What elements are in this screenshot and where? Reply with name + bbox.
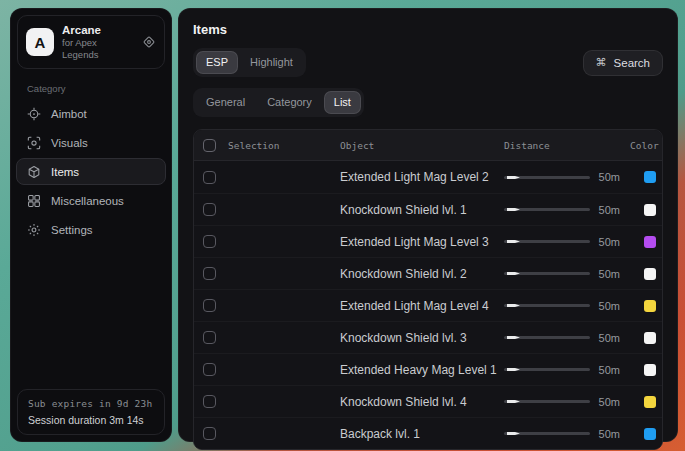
color-swatch[interactable] (644, 204, 656, 216)
view-tab-row: GeneralCategoryList (193, 88, 663, 117)
select-all-checkbox[interactable] (203, 139, 216, 152)
sidebar-item-visuals[interactable]: Visuals (16, 129, 166, 156)
color-swatch[interactable] (644, 300, 656, 312)
session-info-card: Sub expires in 9d 23h Session duration 3… (17, 389, 165, 435)
table-row: Extended Light Mag Level 3 50m (194, 225, 662, 257)
pin-icon[interactable] (142, 35, 156, 49)
table-row: Knockdown Shield lvl. 2 50m (194, 257, 662, 289)
object-name: Extended Light Mag Level 3 (340, 235, 504, 249)
row-checkbox[interactable] (203, 299, 216, 312)
search-button[interactable]: ⌘ Search (583, 50, 663, 76)
color-swatch[interactable] (644, 332, 656, 344)
object-name: Knockdown Shield lvl. 1 (340, 203, 504, 217)
color-swatch[interactable] (644, 268, 656, 280)
color-swatch[interactable] (644, 236, 656, 248)
distance-value: 50m (599, 364, 620, 376)
distance-slider[interactable] (504, 429, 590, 438)
distance-value: 50m (599, 171, 620, 183)
sidebar-item-label: Aimbot (51, 108, 87, 120)
grid-icon (27, 194, 41, 208)
row-checkbox[interactable] (203, 331, 216, 344)
distance-slider[interactable] (504, 237, 590, 246)
tab-list[interactable]: List (324, 91, 361, 114)
color-swatch[interactable] (644, 396, 656, 408)
sidebar-item-aimbot[interactable]: Aimbot (16, 100, 166, 127)
distance-value: 50m (599, 204, 620, 216)
color-swatch[interactable] (644, 171, 656, 183)
distance-slider[interactable] (504, 301, 590, 310)
table-row: Extended Light Mag Level 2 50m (194, 161, 662, 193)
row-checkbox[interactable] (203, 267, 216, 280)
tab-highlight[interactable]: Highlight (240, 51, 303, 74)
header-color: Color (630, 140, 656, 151)
slider-thumb-icon[interactable] (506, 205, 521, 214)
row-checkbox[interactable] (203, 427, 216, 440)
table-row: Extended Light Mag Level 4 50m (194, 289, 662, 321)
distance-slider[interactable] (504, 333, 590, 342)
table-row: Backpack lvl. 1 50m (194, 417, 662, 449)
object-name: Backpack lvl. 1 (340, 427, 504, 441)
table-body: Extended Light Mag Level 2 50m Knockdown… (194, 161, 662, 449)
row-checkbox[interactable] (203, 235, 216, 248)
session-duration-text: Session duration 3m 14s (28, 414, 154, 426)
table-row: Knockdown Shield lvl. 3 50m (194, 321, 662, 353)
row-checkbox[interactable] (203, 203, 216, 216)
view-tab-group: GeneralCategoryList (193, 88, 364, 117)
tab-esp[interactable]: ESP (196, 51, 238, 74)
slider-thumb-icon[interactable] (506, 269, 521, 278)
command-icon: ⌘ (596, 57, 607, 68)
distance-value: 50m (599, 396, 620, 408)
row-checkbox[interactable] (203, 171, 216, 184)
header-distance: Distance (504, 140, 630, 151)
table-row: Extended Heavy Mag Level 1 50m (194, 353, 662, 385)
slider-thumb-icon[interactable] (506, 237, 521, 246)
search-button-label: Search (614, 57, 650, 69)
slider-thumb-icon[interactable] (506, 173, 521, 182)
scan-icon (27, 136, 41, 150)
header-selection: Selection (228, 140, 340, 151)
distance-value: 50m (599, 236, 620, 248)
sidebar-item-items[interactable]: Items (16, 158, 166, 185)
object-name: Knockdown Shield lvl. 2 (340, 267, 504, 281)
table-header-row: Selection Object Distance Color (194, 130, 662, 161)
app-meta: Arcane for Apex Legends (62, 23, 134, 61)
color-swatch[interactable] (644, 428, 656, 440)
sidebar-item-miscellaneous[interactable]: Miscellaneous (16, 187, 166, 214)
distance-slider[interactable] (504, 205, 590, 214)
distance-value: 50m (599, 300, 620, 312)
distance-slider[interactable] (504, 173, 590, 182)
mode-tab-group: ESPHighlight (193, 48, 306, 77)
app-subtitle: for Apex Legends (62, 37, 134, 61)
slider-thumb-icon[interactable] (506, 365, 521, 374)
toolbar: ESPHighlight ⌘ Search (193, 48, 663, 77)
slider-thumb-icon[interactable] (506, 333, 521, 342)
row-checkbox[interactable] (203, 395, 216, 408)
row-checkbox[interactable] (203, 363, 216, 376)
distance-value: 50m (599, 268, 620, 280)
tab-general[interactable]: General (196, 91, 255, 114)
sidebar-item-settings[interactable]: Settings (16, 216, 166, 243)
tab-category[interactable]: Category (257, 91, 322, 114)
sidebar: A Arcane for Apex Legends Category Aimbo… (10, 8, 172, 442)
sidebar-item-label: Settings (51, 224, 93, 236)
object-name: Extended Heavy Mag Level 1 (340, 363, 504, 377)
slider-thumb-icon[interactable] (506, 429, 521, 438)
items-table: Selection Object Distance Color Extended… (193, 129, 663, 450)
distance-slider[interactable] (504, 365, 590, 374)
slider-thumb-icon[interactable] (506, 397, 521, 406)
distance-value: 50m (599, 332, 620, 344)
distance-slider[interactable] (504, 397, 590, 406)
sub-expiry-text: Sub expires in 9d 23h (28, 398, 154, 409)
distance-value: 50m (599, 428, 620, 440)
table-row: Knockdown Shield lvl. 4 50m (194, 385, 662, 417)
distance-slider[interactable] (504, 269, 590, 278)
sidebar-item-label: Visuals (51, 137, 88, 149)
app-header: A Arcane for Apex Legends (17, 15, 165, 69)
app-name: Arcane (62, 23, 134, 37)
object-name: Extended Light Mag Level 2 (340, 170, 504, 184)
color-swatch[interactable] (644, 364, 656, 376)
sidebar-item-label: Miscellaneous (51, 195, 124, 207)
sidebar-nav: Aimbot Visuals Items Miscellaneous Setti… (11, 100, 171, 243)
slider-thumb-icon[interactable] (506, 301, 521, 310)
table-row: Knockdown Shield lvl. 1 50m (194, 193, 662, 225)
